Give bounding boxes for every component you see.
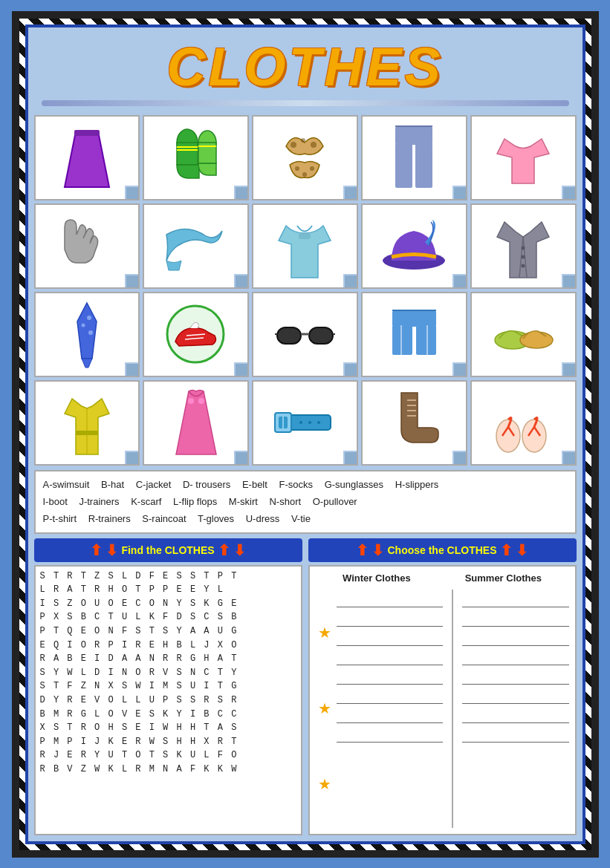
ws-row: P X S B C T U L K F D S C S B	[40, 610, 296, 624]
legend-item: R-trainers	[88, 513, 131, 524]
svg-point-27	[81, 323, 85, 327]
legend-item: L-flip flops	[173, 496, 217, 507]
summer-clothes-title: Summer Clothes	[465, 572, 542, 584]
grid-cell-trainers	[143, 292, 249, 377]
legend-item: J-trainers	[79, 496, 119, 507]
ws-row: S Y W L D I N O R V S N C T Y	[40, 666, 296, 680]
legend-box: A-swimsuit B-hat C-jacket D- trousers E-…	[34, 470, 577, 534]
legend-item: O-pullover	[313, 496, 357, 507]
star-icon-2: ★	[318, 699, 331, 717]
summer-line-4[interactable]	[462, 650, 569, 665]
summer-line-2[interactable]	[462, 612, 569, 627]
ws-row: E Q I O R P I R E H B L J X O	[40, 639, 296, 653]
legend-row-2: I-boot J-trainers K-scarf L-flip flops M…	[43, 493, 568, 510]
svg-marker-0	[65, 131, 109, 187]
svg-point-23	[522, 264, 525, 267]
choose-box: Winter Clothes Summer Clothes ★ ★ ★	[308, 565, 577, 835]
legend-item: V-tie	[291, 513, 311, 524]
winter-line-5[interactable]	[337, 670, 444, 685]
winter-line-4[interactable]	[337, 650, 444, 665]
summer-line-7[interactable]	[462, 708, 569, 723]
arrow-up-icon: ⬆	[90, 541, 103, 559]
winter-clothes-col[interactable]	[337, 590, 444, 828]
legend-item: F-socks	[279, 479, 314, 490]
choose-header-text: Choose the CLOTHES	[387, 544, 496, 556]
winter-line-2[interactable]	[337, 612, 444, 627]
svg-point-13	[310, 166, 314, 171]
grid-cell-sunglasses	[252, 292, 358, 377]
svg-rect-15	[395, 126, 432, 145]
title-underline	[42, 100, 569, 106]
winter-line-6[interactable]	[337, 689, 444, 704]
choose-content	[337, 590, 569, 828]
star-icon-3: ★	[318, 775, 331, 793]
grid-cell-dress	[143, 380, 249, 466]
winter-line-1[interactable]	[337, 593, 444, 607]
svg-point-47	[198, 398, 204, 404]
svg-point-14	[302, 172, 307, 177]
ws-row: P M P I J K E R W S H H X R T	[40, 735, 296, 749]
summer-line-8[interactable]	[462, 728, 569, 743]
grid-cell-hat	[361, 203, 467, 289]
ws-row: B M R G L O V E S K Y I B C C	[40, 708, 296, 722]
grid-cell-jacket-suit	[470, 203, 577, 289]
choose-columns-header: Winter Clothes Summer Clothes	[316, 572, 569, 584]
grid-cell-flipflops	[470, 380, 577, 466]
summer-line-6[interactable]	[462, 689, 569, 704]
grid-cell-belt	[252, 380, 358, 466]
summer-line-1[interactable]	[462, 593, 569, 607]
choose-section: ⬆ ⬇ Choose the CLOTHES ⬆ ⬇ Winter Clothe…	[308, 538, 577, 835]
svg-rect-38	[392, 325, 412, 355]
grid-cell-scarf	[143, 203, 249, 289]
legend-item: C-jacket	[136, 479, 172, 490]
grid-cell-gloves	[34, 203, 140, 289]
outer-border: CLOTHES	[12, 11, 599, 858]
legend-item: S-raincoat	[142, 513, 186, 524]
arrow-down-icon-2: ⬇	[233, 541, 246, 559]
wordsearch-section: ⬆ ⬇ Find the CLOTHES ⬆ ⬇ S T R T Z S L D…	[34, 538, 302, 835]
summer-line-5[interactable]	[462, 670, 569, 685]
svg-rect-39	[416, 325, 436, 355]
legend-item: T-gloves	[198, 513, 234, 524]
svg-rect-16	[395, 143, 412, 188]
legend-item: G-sunglasses	[325, 479, 383, 490]
ws-row: D Y R E V O L L U P S S R S R	[40, 694, 296, 708]
grid-cell-socks	[143, 115, 249, 200]
ws-row: I S Z O U O E C O N Y S K G E	[40, 597, 296, 611]
svg-point-9	[291, 142, 296, 148]
activity-row: ⬆ ⬇ Find the CLOTHES ⬆ ⬇ S T R T Z S L D…	[34, 538, 577, 835]
grid-cell-tshirt	[470, 115, 577, 200]
clothes-grid	[34, 115, 577, 466]
winter-line-8[interactable]	[337, 728, 444, 743]
svg-rect-33	[309, 327, 333, 344]
wordsearch-grid: S T R T Z S L D F E S S T P T L R A T R …	[34, 565, 302, 835]
svg-marker-24	[77, 303, 97, 359]
choose-arrow-up-icon-2: ⬆	[500, 541, 513, 559]
summer-clothes-col[interactable]	[462, 590, 569, 828]
winter-line-3[interactable]	[337, 631, 444, 646]
ws-row: S T R T Z S L D F E S S T P T	[40, 570, 296, 584]
legend-item: D- trousers	[183, 479, 230, 490]
legend-item: P-t-shirt	[43, 513, 77, 524]
legend-item: K-scarf	[131, 496, 161, 507]
grid-cell-trousers	[361, 115, 467, 200]
legend-item: B-hat	[101, 479, 124, 490]
winter-line-7[interactable]	[337, 708, 444, 723]
winter-clothes-title: Winter Clothes	[343, 572, 411, 584]
star-column: ★ ★ ★	[316, 590, 334, 828]
svg-rect-45	[76, 431, 98, 435]
ws-row: S T F Z N X S W I M S U I T G	[40, 679, 296, 694]
svg-rect-17	[415, 143, 432, 188]
legend-row-3: P-t-shirt R-trainers S-raincoat T-gloves…	[43, 510, 568, 527]
svg-point-46	[188, 398, 194, 404]
arrow-down-icon: ⬇	[106, 541, 118, 559]
legend-item: U-dress	[246, 513, 280, 524]
ws-row: P T Q E O N F S T S Y A A U G	[40, 624, 296, 639]
ws-row: R A B E I D A A N R R G H A T	[40, 652, 296, 666]
summer-line-3[interactable]	[462, 631, 569, 646]
svg-point-10	[301, 138, 305, 143]
grid-cell-bikini	[252, 115, 358, 200]
choose-header: ⬆ ⬇ Choose the CLOTHES ⬆ ⬇	[308, 538, 577, 562]
svg-rect-19	[299, 233, 311, 239]
ws-row: L R A T R H O T P P E E Y L	[40, 583, 296, 597]
